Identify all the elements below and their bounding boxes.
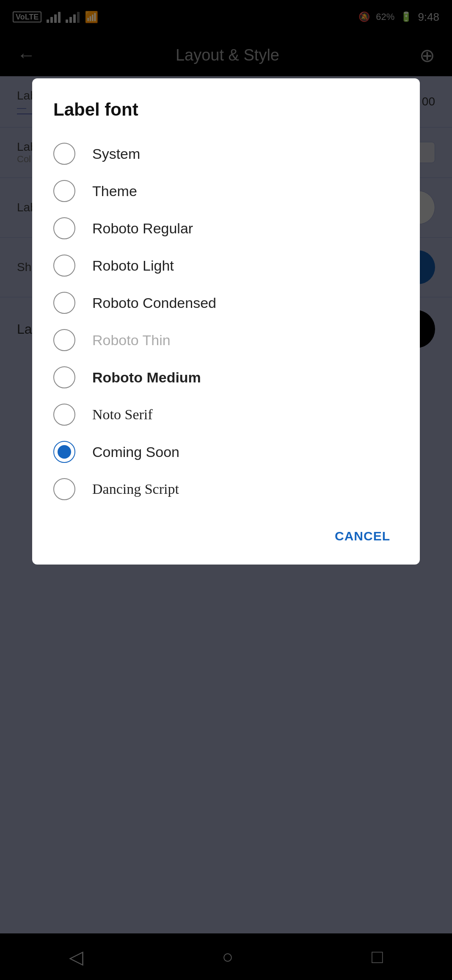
radio-roboto-condensed[interactable] [53, 292, 75, 314]
radio-noto-serif[interactable] [53, 404, 75, 426]
cancel-button[interactable]: CANCEL [326, 525, 399, 548]
radio-roboto-regular[interactable] [53, 217, 75, 239]
option-label-dancing-script: Dancing Script [92, 481, 179, 497]
radio-roboto-light[interactable] [53, 255, 75, 277]
option-label-roboto-regular: Roboto Regular [92, 220, 193, 237]
option-label-theme: Theme [92, 183, 137, 199]
label-font-dialog: Label font System Theme Roboto Regular R… [32, 78, 420, 565]
radio-roboto-medium[interactable] [53, 366, 75, 388]
option-label-roboto-light: Roboto Light [92, 257, 174, 274]
option-noto-serif[interactable]: Noto Serif [53, 396, 399, 433]
dialog-title: Label font [53, 100, 399, 120]
radio-dancing-script[interactable] [53, 478, 75, 500]
option-dancing-script[interactable]: Dancing Script [53, 471, 399, 508]
option-label-noto-serif: Noto Serif [92, 407, 153, 423]
option-coming-soon[interactable]: Coming Soon [53, 433, 399, 471]
option-label-system: System [92, 146, 140, 162]
dialog-footer: CANCEL [53, 518, 399, 548]
option-system[interactable]: System [53, 135, 399, 172]
option-roboto-regular[interactable]: Roboto Regular [53, 210, 399, 247]
option-roboto-condensed[interactable]: Roboto Condensed [53, 284, 399, 321]
radio-coming-soon[interactable] [53, 441, 75, 463]
option-theme[interactable]: Theme [53, 172, 399, 210]
option-label-roboto-thin: Roboto Thin [92, 332, 171, 349]
option-label-roboto-condensed: Roboto Condensed [92, 295, 216, 311]
option-roboto-thin[interactable]: Roboto Thin [53, 321, 399, 359]
radio-system[interactable] [53, 143, 75, 165]
option-roboto-medium[interactable]: Roboto Medium [53, 359, 399, 396]
option-label-roboto-medium: Roboto Medium [92, 369, 201, 386]
radio-theme[interactable] [53, 180, 75, 202]
option-label-coming-soon: Coming Soon [92, 444, 179, 460]
radio-roboto-thin[interactable] [53, 329, 75, 351]
option-roboto-light[interactable]: Roboto Light [53, 247, 399, 284]
